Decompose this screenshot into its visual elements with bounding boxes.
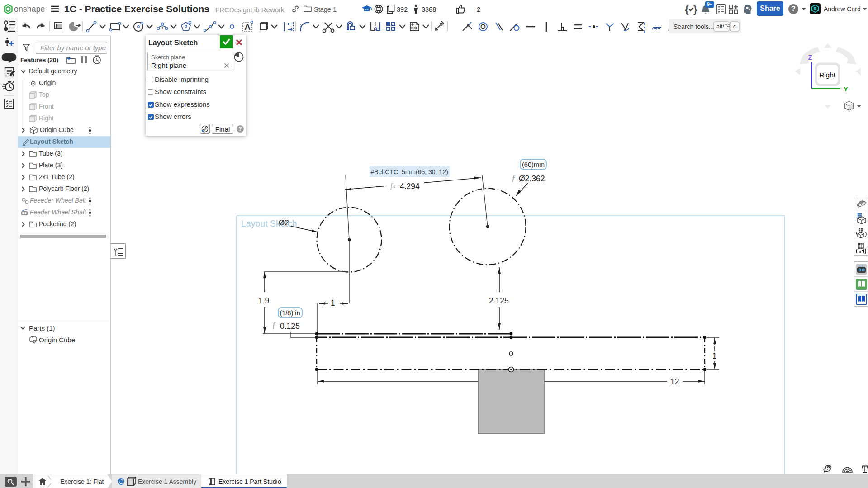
svg-text:Search tools...: Search tools... (674, 23, 714, 30)
svg-text:Right: Right (819, 71, 836, 79)
svg-text:fx: fx (390, 182, 396, 190)
svg-text:1: 1 (331, 298, 335, 308)
svg-text:4.294: 4.294 (400, 182, 420, 191)
svg-text:Ø2.362: Ø2.362 (519, 174, 545, 183)
svg-text:{: { (685, 4, 689, 15)
svg-text:(1/8) in: (1/8) in (280, 309, 300, 317)
svg-text:ƒ: ƒ (512, 174, 516, 183)
svg-text:c: c (733, 24, 736, 30)
svg-text:}: } (693, 4, 697, 15)
svg-text:Z: Z (808, 53, 812, 61)
svg-text:ƒ: ƒ (272, 321, 276, 330)
svg-text:12: 12 (670, 377, 679, 386)
svg-text:0 1 0: 0 1 0 (859, 265, 863, 267)
svg-text:Y: Y (844, 85, 848, 93)
svg-text:#BeltCTC_5mm(65, 30, 12): #BeltCTC_5mm(65, 30, 12) (370, 168, 448, 175)
svg-text:Ø2: Ø2 (279, 218, 289, 227)
svg-text:DXF: DXF (411, 26, 418, 30)
svg-text:1.9: 1.9 (258, 296, 269, 305)
svg-text:0.125: 0.125 (280, 322, 300, 331)
svg-text:2.125: 2.125 (489, 296, 509, 305)
svg-text:x: x (859, 249, 862, 254)
svg-text:alt/: alt/ (716, 24, 724, 30)
svg-text:1: 1 (712, 351, 717, 360)
svg-text:(60)mm: (60)mm (522, 161, 545, 168)
svg-text:A: A (244, 22, 251, 32)
